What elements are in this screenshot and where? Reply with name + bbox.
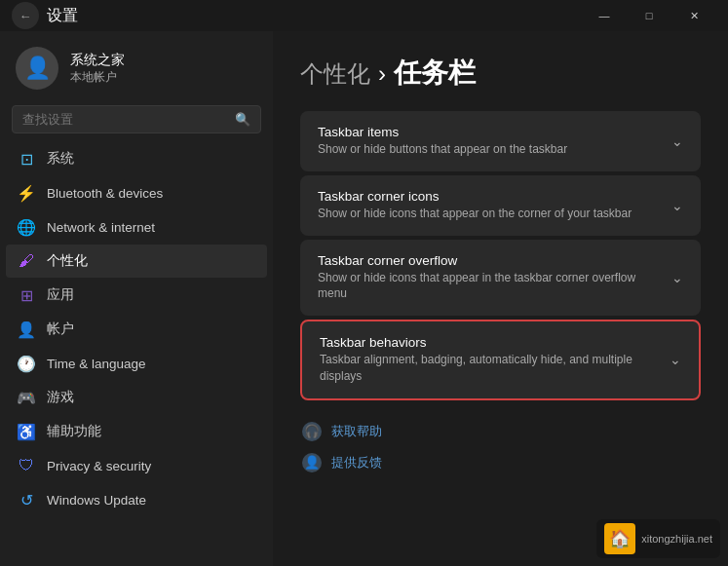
nav-icon-time: 🕐 (18, 355, 35, 372)
settings-title-taskbar-corner-icons: Taskbar corner icons (318, 189, 662, 204)
nav-label-privacy: Privacy & security (47, 459, 151, 473)
link-icon-help: 🎧 (302, 422, 322, 441)
sidebar-item-time[interactable]: 🕐 Time & language (6, 347, 267, 380)
nav-icon-network: 🌐 (18, 218, 35, 236)
settings-title-taskbar-behaviors: Taskbar behaviors (320, 335, 660, 350)
title-bar: ← 设置 — □ ✕ (0, 0, 728, 31)
breadcrumb-sep: › (378, 60, 386, 87)
breadcrumb-parent: 个性化 (300, 60, 370, 87)
close-button[interactable]: ✕ (671, 0, 716, 31)
nav-label-accounts: 帐户 (47, 321, 74, 338)
watermark-text: xitongzhijia.net (641, 532, 712, 546)
nav-label-bluetooth: Bluetooth & devices (47, 186, 163, 201)
link-icon-feedback: 👤 (302, 453, 322, 472)
breadcrumb-current: 任务栏 (394, 57, 476, 88)
nav-icon-apps: ⊞ (18, 286, 35, 304)
sidebar-item-accessibility[interactable]: ♿ 辅助功能 (6, 415, 267, 448)
user-info: 系统之家 本地帐户 (70, 52, 125, 86)
bottom-links: 🎧 获取帮助 👤 提供反馈 (300, 416, 701, 478)
settings-item-taskbar-behaviors[interactable]: Taskbar behaviors Taskbar alignment, bad… (302, 321, 699, 398)
nav-icon-accessibility: ♿ (18, 423, 35, 440)
minimize-button[interactable]: — (582, 0, 627, 31)
watermark: 🏠 xitongzhijia.net (596, 519, 720, 558)
sidebar-item-bluetooth[interactable]: ⚡ Bluetooth & devices (6, 176, 267, 209)
sidebar-item-gaming[interactable]: 🎮 游戏 (6, 381, 267, 414)
chevron-icon-taskbar-corner-icons: ⌄ (671, 198, 683, 213)
chevron-icon-taskbar-behaviors: ⌄ (670, 352, 681, 367)
settings-text-taskbar-items: Taskbar items Show or hide buttons that … (318, 125, 662, 158)
page-header: 个性化 › 任务栏 (300, 55, 701, 92)
watermark-line1: xitongzhijia.net (641, 532, 712, 546)
nav-icon-accounts: 👤 (18, 321, 35, 338)
settings-list: Taskbar items Show or hide buttons that … (300, 111, 701, 400)
search-input[interactable] (22, 112, 227, 127)
settings-item-taskbar-corner-icons[interactable]: Taskbar corner icons Show or hide icons … (300, 175, 701, 236)
nav-icon-privacy: 🛡 (18, 457, 35, 474)
title-bar-left: ← 设置 (12, 2, 78, 29)
nav-label-accessibility: 辅助功能 (47, 423, 101, 440)
search-icon: 🔍 (235, 112, 250, 127)
user-name: 系统之家 (70, 52, 125, 69)
nav-icon-system: ⊡ (18, 150, 35, 168)
watermark-logo: 🏠 (604, 523, 635, 554)
sidebar: 👤 系统之家 本地帐户 🔍 ⊡ 系统 ⚡ Bluetooth & devices… (0, 31, 273, 566)
main-content: 个性化 › 任务栏 Taskbar items Show or hide but… (273, 31, 728, 566)
nav-icon-update: ↺ (18, 491, 35, 509)
sidebar-item-system[interactable]: ⊡ 系统 (6, 142, 267, 175)
settings-desc-taskbar-behaviors: Taskbar alignment, badging, automaticall… (320, 352, 660, 385)
nav-label-apps: 应用 (47, 286, 74, 304)
settings-title-taskbar-items: Taskbar items (318, 125, 662, 139)
settings-text-taskbar-behaviors: Taskbar behaviors Taskbar alignment, bad… (320, 335, 660, 385)
nav-icon-bluetooth: ⚡ (18, 184, 35, 202)
back-button[interactable]: ← (12, 2, 39, 29)
avatar: 👤 (16, 47, 58, 90)
settings-desc-taskbar-corner-icons: Show or hide icons that appear on the co… (318, 206, 662, 222)
chevron-icon-taskbar-corner-overflow: ⌄ (671, 270, 683, 285)
user-section: 👤 系统之家 本地帐户 (0, 31, 273, 101)
sidebar-item-accounts[interactable]: 👤 帐户 (6, 313, 267, 346)
settings-item-taskbar-corner-overflow[interactable]: Taskbar corner overflow Show or hide ico… (300, 240, 701, 317)
maximize-button[interactable]: □ (627, 0, 671, 31)
link-label-feedback: 提供反馈 (331, 454, 382, 472)
link-feedback[interactable]: 👤 提供反馈 (300, 447, 701, 478)
sidebar-item-apps[interactable]: ⊞ 应用 (6, 279, 267, 312)
nav-label-update: Windows Update (47, 493, 146, 508)
title-bar-title: 设置 (47, 6, 78, 26)
user-account: 本地帐户 (70, 69, 125, 86)
nav-label-personalization: 个性化 (47, 252, 88, 270)
search-box[interactable]: 🔍 (12, 105, 261, 133)
breadcrumb: 个性化 › 任务栏 (300, 55, 701, 92)
settings-text-taskbar-corner-icons: Taskbar corner icons Show or hide icons … (318, 189, 662, 222)
link-help[interactable]: 🎧 获取帮助 (300, 416, 701, 447)
nav-icon-personalization: 🖌 (18, 252, 35, 270)
nav-icon-gaming: 🎮 (18, 389, 35, 406)
nav-label-network: Network & internet (47, 220, 155, 235)
settings-desc-taskbar-corner-overflow: Show or hide icons that appear in the ta… (318, 270, 662, 303)
nav-items: ⊡ 系统 ⚡ Bluetooth & devices 🌐 Network & i… (0, 141, 273, 566)
sidebar-item-network[interactable]: 🌐 Network & internet (6, 210, 267, 244)
chevron-icon-taskbar-items: ⌄ (671, 133, 683, 149)
sidebar-item-update[interactable]: ↺ Windows Update (6, 483, 267, 516)
title-bar-controls: — □ ✕ (582, 0, 716, 31)
link-label-help: 获取帮助 (331, 423, 382, 440)
nav-label-time: Time & language (47, 357, 146, 371)
nav-label-gaming: 游戏 (47, 389, 74, 406)
settings-desc-taskbar-items: Show or hide buttons that appear on the … (318, 141, 662, 158)
app-layout: 👤 系统之家 本地帐户 🔍 ⊡ 系统 ⚡ Bluetooth & devices… (0, 31, 728, 566)
sidebar-item-privacy[interactable]: 🛡 Privacy & security (6, 449, 267, 482)
settings-text-taskbar-corner-overflow: Taskbar corner overflow Show or hide ico… (318, 253, 662, 303)
nav-label-system: 系统 (47, 150, 74, 168)
settings-title-taskbar-corner-overflow: Taskbar corner overflow (318, 253, 662, 268)
sidebar-item-personalization[interactable]: 🖌 个性化 (6, 245, 267, 278)
settings-item-taskbar-items[interactable]: Taskbar items Show or hide buttons that … (300, 111, 701, 171)
